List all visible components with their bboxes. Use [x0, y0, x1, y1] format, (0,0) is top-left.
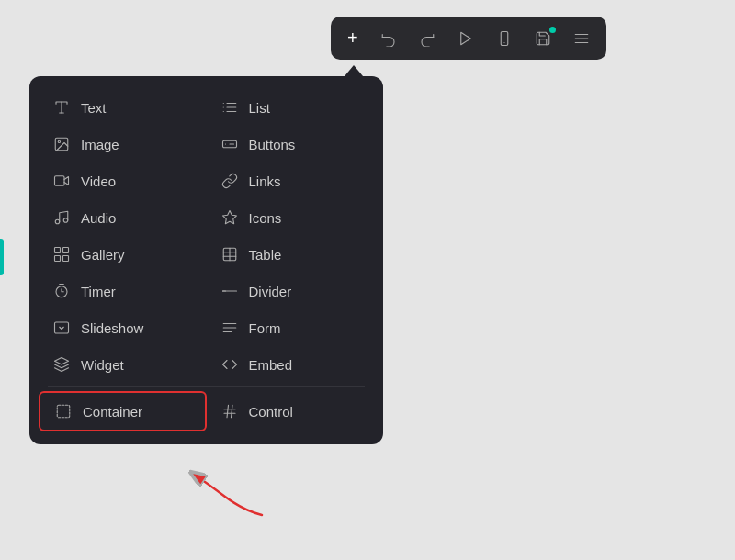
save-button[interactable] [533, 28, 553, 49]
menu-item-container[interactable]: Container [39, 391, 207, 431]
annotation-arrow [179, 465, 271, 520]
menu-item-text-label: Text [81, 100, 107, 116]
svg-marker-22 [222, 211, 236, 224]
menu-item-video[interactable]: Video [39, 162, 207, 199]
svg-point-20 [55, 219, 60, 224]
menu-item-timer-label: Timer [81, 284, 116, 299]
menu-item-image-label: Image [81, 137, 119, 152]
add-element-menu: Text List Image Buttons [29, 76, 383, 444]
form-icon [220, 318, 240, 338]
divider-icon [220, 281, 240, 301]
menu-item-list-label: List [249, 100, 270, 116]
menu-item-widget[interactable]: Widget [39, 346, 207, 383]
menu-item-embed[interactable]: Embed [207, 346, 375, 383]
video-icon [51, 171, 72, 191]
menu-item-form-label: Form [249, 320, 281, 336]
container-icon [53, 401, 74, 421]
menu-item-text[interactable]: Text [39, 89, 207, 126]
svg-rect-39 [57, 405, 70, 418]
list-icon [220, 97, 240, 118]
links-icon [220, 171, 240, 191]
mobile-preview-button[interactable] [494, 28, 514, 49]
audio-icon [51, 207, 72, 228]
table-icon [220, 244, 240, 264]
timer-icon [51, 281, 72, 301]
undo-button[interactable] [379, 28, 399, 49]
svg-rect-1 [501, 31, 508, 45]
menu-item-icons[interactable]: Icons [207, 199, 375, 236]
svg-rect-19 [55, 176, 65, 186]
toolbar: + [331, 17, 606, 60]
redo-button[interactable] [417, 28, 437, 49]
menu-item-image[interactable]: Image [39, 126, 207, 162]
menu-item-buttons[interactable]: Buttons [207, 126, 375, 162]
slideshow-icon [51, 318, 72, 338]
menu-item-divider-label: Divider [249, 284, 292, 299]
svg-rect-24 [63, 248, 69, 253]
control-icon [220, 401, 240, 421]
menu-item-audio[interactable]: Audio [39, 199, 207, 236]
menu-item-slideshow[interactable]: Slideshow [39, 309, 207, 346]
menu-item-links-label: Links [249, 174, 281, 189]
menu-item-gallery-label: Gallery [81, 247, 125, 263]
menu-item-table-label: Table [249, 247, 282, 263]
menu-item-control[interactable]: Control [207, 391, 375, 431]
svg-rect-25 [55, 256, 61, 262]
menu-item-links[interactable]: Links [207, 162, 375, 199]
svg-rect-35 [55, 322, 69, 333]
svg-point-15 [58, 140, 60, 142]
play-button[interactable] [456, 28, 476, 49]
image-icon [51, 134, 72, 154]
icons-icon [220, 207, 240, 228]
svg-line-43 [231, 405, 232, 418]
svg-marker-0 [460, 32, 470, 45]
menu-item-slideshow-label: Slideshow [81, 320, 143, 336]
add-button[interactable]: + [345, 26, 360, 50]
menu-section-divider [48, 386, 365, 387]
menu-item-divider[interactable]: Divider [207, 273, 375, 309]
menu-button[interactable] [571, 28, 592, 49]
menu-item-form[interactable]: Form [207, 309, 375, 346]
save-dot [549, 27, 556, 33]
menu-item-buttons-label: Buttons [249, 137, 296, 152]
widget-icon [51, 354, 72, 375]
svg-point-21 [63, 218, 68, 223]
menu-item-audio-label: Audio [81, 210, 116, 226]
menu-item-icons-label: Icons [249, 210, 282, 226]
menu-item-table[interactable]: Table [207, 236, 375, 273]
menu-item-list[interactable]: List [207, 89, 375, 126]
gallery-icon [51, 244, 72, 264]
menu-item-gallery[interactable]: Gallery [39, 236, 207, 273]
menu-item-container-label: Container [83, 404, 142, 420]
svg-rect-23 [55, 248, 61, 253]
menu-item-timer[interactable]: Timer [39, 273, 207, 309]
svg-line-42 [227, 405, 229, 418]
left-accent-bar [0, 239, 4, 275]
embed-icon [220, 354, 240, 375]
menu-item-control-label: Control [249, 404, 293, 420]
dropdown-arrow [345, 65, 363, 76]
svg-rect-26 [63, 256, 69, 262]
menu-item-widget-label: Widget [81, 357, 124, 373]
text-icon [51, 97, 72, 118]
menu-item-embed-label: Embed [249, 357, 293, 373]
buttons-icon [220, 134, 240, 154]
menu-item-video-label: Video [81, 174, 116, 189]
